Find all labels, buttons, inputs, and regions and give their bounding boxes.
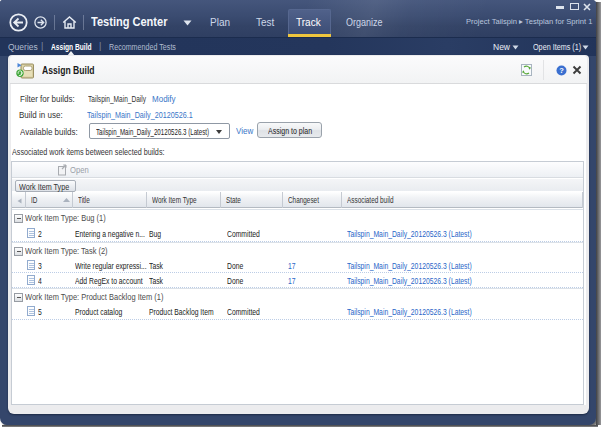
svg-text:?: ? <box>559 66 564 75</box>
